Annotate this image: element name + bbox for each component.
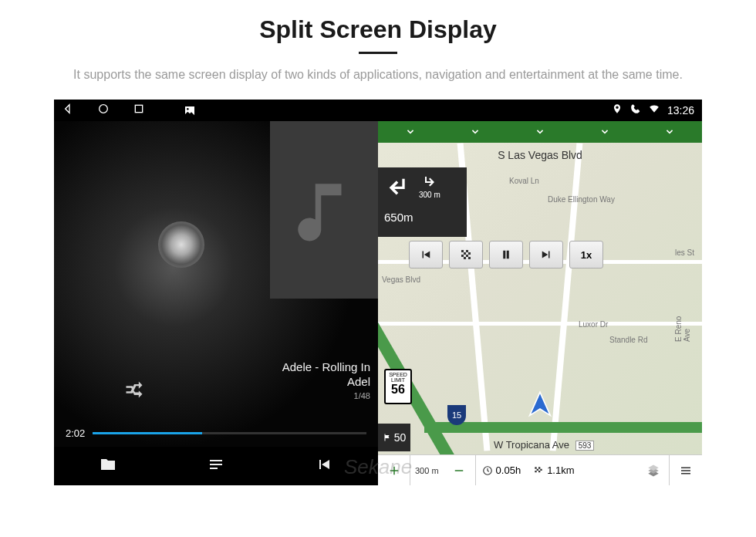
page-title: Split Screen Display [0, 15, 756, 44]
track-info: Adele - Rolling In Adel 1/48 [282, 360, 370, 400]
zoom-out-button[interactable] [444, 455, 476, 485]
clock-icon [482, 465, 493, 476]
record-center [158, 221, 204, 268]
home-icon[interactable] [97, 103, 110, 118]
eta-value: 0.05h [496, 464, 521, 476]
progress-fill [93, 432, 202, 434]
street-label: E Reno Ave [674, 303, 691, 342]
current-street-text: W Tropicana Ave [494, 439, 569, 451]
album-placeholder [270, 121, 378, 299]
speed-limit-label: SPEED LIMIT [386, 372, 410, 383]
street-label: Vegas Blvd [382, 275, 420, 284]
svg-point-3 [187, 108, 189, 110]
road [378, 322, 702, 326]
elapsed-time: 2:02 [66, 427, 85, 439]
svg-rect-1 [135, 105, 142, 112]
street-label: les St [675, 248, 694, 257]
toggle-2d3d-button[interactable] [637, 455, 670, 485]
page-subtitle: It supports the same screen display of t… [31, 66, 725, 84]
turn-right-icon [419, 174, 437, 192]
split-container: Adele - Rolling In Adel 1/48 2:02 [54, 121, 702, 485]
speed-limit-sign: SPEED LIMIT 56 [384, 369, 412, 404]
location-icon [612, 103, 623, 117]
menu-button[interactable] [670, 455, 702, 485]
nav-top-bar [378, 121, 702, 143]
track-count: 1/48 [282, 391, 370, 400]
folder-button[interactable] [99, 455, 117, 477]
map-scale: 300 m [410, 466, 444, 475]
download-icon[interactable] [533, 123, 547, 140]
next-turn-distance: 650m [384, 211, 461, 224]
music-bottom-bar [54, 447, 378, 485]
route-number: 50 [394, 431, 407, 444]
track-artist: Adel [282, 375, 370, 388]
phone-icon [630, 103, 641, 117]
title-underline [359, 52, 397, 54]
flag-icon [533, 465, 544, 476]
navigation-pane: S Las Vegas Blvd 300 m 650m 1x Koval Ln … [378, 121, 702, 485]
download-icon[interactable] [598, 123, 612, 140]
street-label: Standle Rd [609, 336, 647, 344]
interstate-shield: 15 [447, 405, 466, 425]
turn-instruction: 300 m 650m [378, 167, 467, 237]
track-title: Adele - Rolling In [282, 360, 370, 373]
distance-display: 1.1km [527, 464, 580, 476]
sim-prev-button[interactable] [409, 241, 443, 268]
turn-left-icon [384, 174, 415, 204]
flag-icon [383, 433, 392, 442]
distance-value: 1.1km [547, 464, 574, 476]
address-number: 593 [575, 441, 595, 451]
route-number-box: 50 [378, 424, 410, 451]
sim-speed-button[interactable]: 1x [569, 241, 603, 268]
street-label: Luxor Dr [579, 320, 608, 329]
speed-limit-value: 56 [386, 383, 410, 397]
progress-row: 2:02 [54, 427, 378, 439]
top-street-label: S Las Vegas Blvd [498, 149, 582, 161]
music-player-pane: Adele - Rolling In Adel 1/48 2:02 [54, 121, 378, 485]
download-icon[interactable] [663, 123, 677, 140]
album-art-area: Adele - Rolling In Adel 1/48 2:02 [54, 121, 378, 485]
zoom-in-button[interactable] [378, 455, 410, 485]
street-label: Duke Ellington Way [548, 195, 615, 204]
svg-point-0 [100, 105, 108, 113]
back-icon[interactable] [62, 103, 74, 118]
sim-stop-button[interactable] [449, 241, 483, 268]
download-icon[interactable] [403, 123, 417, 140]
previous-button[interactable] [315, 455, 333, 477]
nav-bottom-bar: 300 m 0.05h 1.1km [378, 454, 702, 485]
progress-bar[interactable] [93, 432, 366, 434]
android-statusbar: 13:26 [54, 100, 702, 121]
shuffle-button[interactable] [123, 379, 145, 400]
current-position-arrow [525, 390, 555, 424]
wifi-icon [649, 103, 660, 117]
sim-pause-button[interactable] [489, 241, 523, 268]
map-playback-controls: 1x [409, 241, 603, 268]
next-turn-distance-small: 300 m [419, 191, 461, 199]
status-clock: 13:26 [667, 104, 694, 117]
route-highlight [424, 422, 702, 433]
device-screen: 13:26 Adele - Rolling In Adel 1/48 2 [54, 100, 702, 485]
street-label: Koval Ln [509, 177, 539, 185]
sim-next-button[interactable] [529, 241, 563, 268]
notification-icon[interactable] [184, 105, 194, 116]
download-icon[interactable] [468, 123, 482, 140]
current-street-label: W Tropicana Ave 593 [494, 439, 594, 451]
recent-apps-icon[interactable] [133, 103, 145, 118]
playlist-button[interactable] [207, 455, 225, 477]
eta-display: 0.05h [476, 464, 528, 476]
music-note-icon [289, 175, 359, 245]
